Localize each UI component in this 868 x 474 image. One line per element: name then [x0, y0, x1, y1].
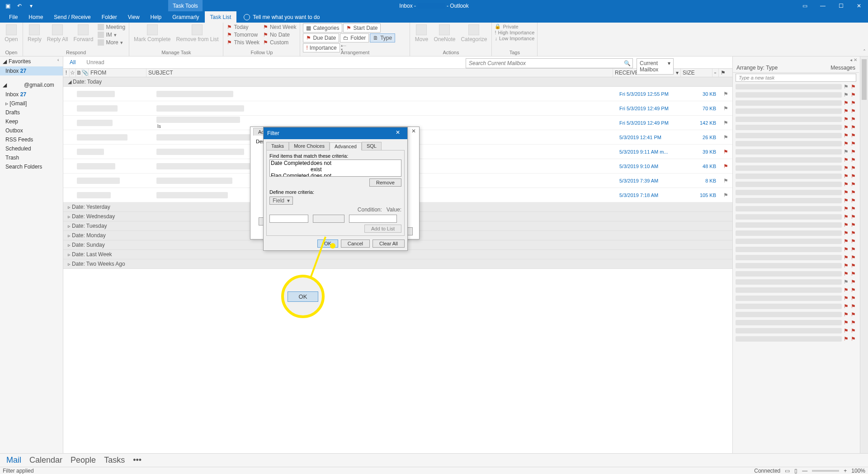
meeting-button[interactable]: Meeting [97, 23, 126, 31]
view-normal-icon[interactable]: ▭ [785, 468, 790, 474]
filter-tab-advanced[interactable]: Advanced [330, 142, 362, 150]
arrange-by[interactable]: Arrange by: Type [736, 65, 778, 71]
tab-file[interactable]: File [4, 11, 23, 23]
filter-unread[interactable]: Unread [85, 58, 106, 66]
task-row[interactable]: ⚑⚑ [733, 83, 859, 91]
arrange-type[interactable]: 🗎Type [370, 33, 395, 42]
collapse-nav-icon[interactable]: ‹ [57, 57, 59, 62]
account-header[interactable]: ◢ @gmail.com [0, 80, 63, 90]
cancel-button[interactable]: Cancel [341, 239, 370, 248]
maximize-icon[interactable]: ☐ [832, 0, 850, 11]
task-row[interactable]: ⚑⚑ [733, 229, 859, 237]
filter-tab-tasks[interactable]: Tasks [266, 142, 289, 150]
tellme[interactable]: Tell me what you want to do [244, 14, 320, 20]
task-row[interactable]: ⚑⚑ [733, 262, 859, 270]
undo-icon[interactable]: ↶ [15, 2, 24, 10]
task-row[interactable]: ⚑⚑ [733, 99, 859, 107]
task-row[interactable]: ⚑⚑ [733, 237, 859, 245]
thisweek-button[interactable]: ⚑This Week [226, 39, 260, 46]
task-row[interactable]: ⚑⚑ [733, 310, 859, 319]
nav-mail[interactable]: Mail [6, 455, 21, 465]
task-row[interactable]: ⚑⚑ [733, 253, 859, 262]
nav-calendar[interactable]: Calendar [29, 455, 62, 465]
collapse-ribbon-icon[interactable]: ˄ [861, 23, 868, 56]
minimize-icon[interactable]: — [814, 0, 832, 11]
arrange-categories[interactable]: ▦Categories [303, 23, 342, 33]
task-row[interactable]: ⚑⚑ [733, 188, 859, 197]
task-row[interactable]: ⚑⚑ [733, 335, 859, 343]
zoom-out-icon[interactable]: — [802, 468, 807, 474]
replyall-button[interactable]: Reply All [45, 23, 70, 43]
close-icon[interactable]: ✕ [850, 0, 868, 11]
scrollbar[interactable] [860, 56, 868, 453]
col-cat[interactable]: ▫ [712, 69, 719, 77]
nav-more-icon[interactable]: ••• [133, 455, 142, 465]
task-row[interactable]: ⚑⚑ [733, 91, 859, 99]
open-button[interactable]: Open [3, 23, 20, 43]
move-button[interactable]: Move [413, 23, 430, 43]
arrange-duedate[interactable]: ⚑Due Date [303, 33, 339, 42]
nodate-button[interactable]: ⚑No Date [262, 31, 297, 38]
nav-trash[interactable]: Trash [0, 153, 63, 162]
task-row[interactable]: ⚑⚑ [733, 172, 859, 180]
message-row[interactable]: Fri 5/3/2019 12:55 PM 30 KB ⚑ [63, 87, 732, 101]
arrange-folder[interactable]: 🗀Folder [340, 33, 369, 42]
field-input[interactable] [269, 215, 308, 223]
arrange-messages[interactable]: Messages [830, 65, 855, 71]
col-attach[interactable]: 📎 [82, 69, 89, 77]
arrange-startdate[interactable]: ⚑Start Date [343, 23, 381, 33]
qat-dropdown-icon[interactable]: ▾ [27, 2, 35, 10]
task-row[interactable]: ⚑⚑ [733, 131, 859, 140]
tab-sendreceive[interactable]: Send / Receive [48, 11, 96, 23]
task-row[interactable]: ⚑⚑ [733, 286, 859, 294]
task-row[interactable]: ⚑⚑ [733, 270, 859, 278]
task-row[interactable]: ⚑⚑ [733, 278, 859, 286]
col-reminder[interactable]: ☆ [70, 69, 76, 77]
task-row[interactable]: ⚑⚑ [733, 107, 859, 115]
nav-inbox[interactable]: Inbox 27 [0, 90, 63, 99]
col-from[interactable]: FROM [89, 69, 146, 77]
reply-button[interactable]: Reply [26, 23, 43, 43]
task-row[interactable]: ⚑⚑ [733, 213, 859, 221]
tab-tasklist[interactable]: Task List [205, 11, 237, 23]
im-button[interactable]: IM ▾ [97, 31, 126, 38]
task-row[interactable]: ⚑⚑ [733, 327, 859, 335]
task-row[interactable]: ⚑⚑ [733, 294, 859, 302]
dialog-filter-titlebar[interactable]: Filter ✕ [264, 127, 407, 139]
search-icon[interactable]: 🔍 [622, 60, 632, 66]
lowimportance-button[interactable]: ↓ Low Importance [495, 36, 534, 41]
nav-rss[interactable]: RSS Feeds [0, 135, 63, 144]
nav-scheduled[interactable]: Scheduled [0, 144, 63, 153]
markcomplete-button[interactable]: Mark Complete [132, 23, 172, 43]
col-importance[interactable]: ! [63, 69, 70, 77]
dialog-filter-close-icon[interactable]: ✕ [392, 129, 404, 137]
col-subject[interactable]: SUBJECT [146, 69, 613, 77]
filter-tab-more[interactable]: More Choices [289, 142, 330, 150]
group-twoweeks[interactable]: ▹ Date: Two Weeks Ago [63, 259, 732, 269]
task-row[interactable]: ⚑⚑ [733, 140, 859, 148]
filter-all[interactable]: All [68, 58, 77, 66]
col-icon[interactable]: 🗎 [76, 69, 82, 77]
search-scope-dropdown[interactable]: Current Mailbox▾ [637, 58, 674, 75]
task-row[interactable]: ⚑⚑ [733, 245, 859, 253]
filter-tab-sql[interactable]: SQL [362, 142, 382, 150]
field-dropdown[interactable]: Field ▾ [269, 197, 293, 205]
task-row[interactable]: ⚑⚑ [733, 205, 859, 213]
nav-gmail[interactable]: ▹ [Gmail] [0, 99, 63, 108]
task-row[interactable]: ⚑⚑ [733, 180, 859, 188]
forward-button[interactable]: Forward [71, 23, 95, 43]
task-row[interactable]: ⚑⚑ [733, 302, 859, 310]
group-today[interactable]: ◢ Date: Today [63, 77, 732, 87]
private-button[interactable]: 🔒 Private [495, 23, 534, 29]
tab-folder[interactable]: Folder [96, 11, 123, 23]
addtolist-button[interactable]: Add to List [364, 225, 401, 233]
nav-searchfolders[interactable]: Search Folders [0, 162, 63, 171]
search-box[interactable]: 🔍 [466, 58, 633, 68]
ribbon-display-icon[interactable]: ▭ [796, 0, 814, 11]
task-row[interactable]: ⚑⚑ [733, 164, 859, 172]
task-row[interactable]: ⚑⚑ [733, 115, 859, 123]
nav-keep[interactable]: Keep [0, 117, 63, 126]
favorites-header[interactable]: ◢ Favorites [0, 56, 63, 66]
remove-button[interactable]: Remove [369, 178, 401, 187]
clearall-button[interactable]: Clear All [373, 239, 405, 248]
